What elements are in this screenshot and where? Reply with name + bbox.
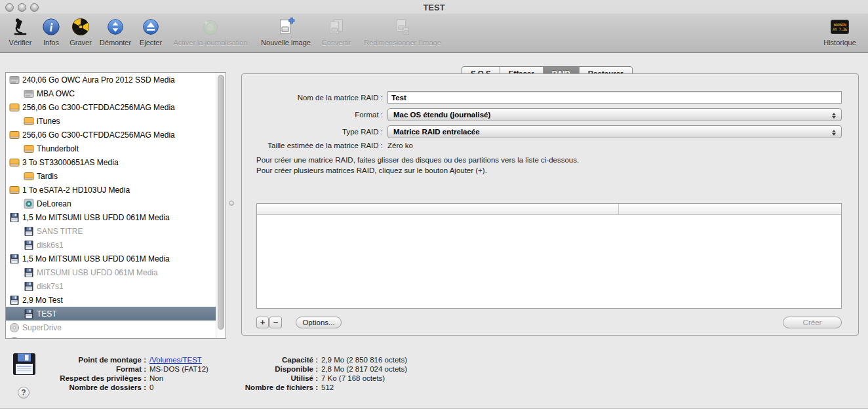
mount-point-link[interactable]: /Volumes/TEST <box>149 356 202 364</box>
sidebar-item-label: 1,5 Mo MITSUMI USB UFDD 061M Media <box>22 213 170 222</box>
floppy-icon <box>24 281 34 292</box>
sidebar-item[interactable]: 256,06 Go C300-CTFDDAC256MAG Media <box>6 100 226 114</box>
toolbar: Vérifier i Infos <box>0 14 868 52</box>
optical-icon <box>9 336 20 340</box>
format-popup[interactable]: Mac OS étendu (journalisé) <box>387 108 842 121</box>
sidebar-item[interactable]: 1 To eSATA-2 HD103UJ Media <box>6 183 226 197</box>
info-label: Disponible : <box>215 365 321 373</box>
verify-button[interactable]: Vérifier <box>4 16 37 51</box>
info-row: Nombre de dossiers :0 <box>38 383 208 392</box>
sidebar-item[interactable]: iTunes <box>6 114 226 128</box>
sidebar-item-label: DeLorean <box>37 199 71 208</box>
estimated-size-label: Taille estimée de la matrice RAID : <box>248 142 387 149</box>
options-button[interactable]: Options... <box>296 317 342 328</box>
raid-list-column-1 <box>257 204 619 214</box>
sidebar-item[interactable]: MITSUMI USB UFDD 061M Media <box>6 265 226 279</box>
optical-icon <box>9 322 20 333</box>
format-label: Format : <box>248 111 387 119</box>
raid-list-column-2 <box>619 204 841 214</box>
sidebar-item[interactable]: disk7s1 <box>6 279 226 293</box>
sidebar-item[interactable]: TEST <box>6 307 226 321</box>
enable-journaling-button: Activer la journalisation <box>168 16 253 51</box>
sidebar-item-label: 1,5 Mo MITSUMI USB UFDD 061M Media <box>22 254 170 263</box>
add-button[interactable]: + <box>256 317 269 328</box>
sidebar-item[interactable]: 1,5 Mo MITSUMI USB UFDD 061M Media <box>6 210 226 224</box>
sidebar-item-label: SuperDrive <box>22 323 62 332</box>
floppy-icon <box>9 295 20 305</box>
sidebar-scrollbar[interactable] <box>216 73 226 338</box>
sidebar-item[interactable]: SANS TITRE <box>6 224 226 238</box>
raid-disk-list[interactable] <box>256 203 842 309</box>
info-row: Point de montage :/Volumes/TEST <box>38 355 208 364</box>
journaling-icon <box>168 16 253 38</box>
raid-name-input[interactable] <box>387 91 842 104</box>
verify-icon <box>4 16 37 38</box>
estimated-size-value: Zéro ko <box>387 142 413 149</box>
unmount-button[interactable]: Démonter <box>97 16 134 51</box>
info-button[interactable]: i Infos <box>38 16 64 51</box>
info-label: Format : <box>38 365 149 373</box>
burn-button[interactable]: Graver <box>66 16 96 51</box>
sidebar-item[interactable]: Tardis <box>6 169 226 183</box>
sidebar-scrollbar-thumb[interactable] <box>218 75 224 330</box>
popup-arrows-icon <box>831 111 837 120</box>
resize-image-button: Redimensionner l'image <box>357 16 448 51</box>
internal-disk-icon <box>9 75 20 85</box>
info-row: Format :MS-DOS (FAT12) <box>38 364 208 374</box>
new-image-button[interactable]: Nouvelle image <box>257 16 315 51</box>
sidebar-item[interactable]: 240,06 Go OWC Aura Pro 2012 SSD Media <box>6 73 226 87</box>
sidebar-item-label: iTunes <box>37 117 60 126</box>
info-row: Utilisé :7 Ko (7 168 octets) <box>215 374 407 383</box>
info-value: Non <box>149 374 163 382</box>
sidebar-item[interactable]: MBA OWC <box>6 87 226 100</box>
sidebar-item[interactable] <box>6 334 226 339</box>
log-button[interactable]: WARNIN AY 7:36 Historique <box>817 16 863 51</box>
external-disk-icon <box>24 144 34 154</box>
info-value: 2,9 Mo (2 850 816 octets) <box>321 356 407 364</box>
splitter-handle[interactable] <box>229 201 234 206</box>
raid-help-line-1: Pour créer une matrice RAID, faites glis… <box>256 156 579 164</box>
floppy-icon <box>9 254 20 264</box>
disk-utility-window: TEST Vérifier <box>0 0 868 409</box>
remove-button[interactable]: − <box>269 317 282 328</box>
info-row: Nombre de fichiers :512 <box>215 383 407 392</box>
info-icon: i <box>38 16 64 38</box>
sidebar-item-label: 256,06 Go C300-CTFDDAC256MAG Media <box>22 130 175 140</box>
external-disk-icon <box>9 102 20 113</box>
sidebar-item-label: TEST <box>37 309 57 319</box>
sidebar-item[interactable]: disk6s1 <box>6 238 226 252</box>
volume-info: ? Point de montage :/Volumes/TESTFormat … <box>0 347 868 409</box>
help-button[interactable]: ? <box>18 387 30 399</box>
time-machine-icon <box>24 199 34 209</box>
info-value: 512 <box>321 383 334 391</box>
window-title: TEST <box>0 3 868 12</box>
sidebar-item[interactable]: Thunderbolt <box>6 142 226 155</box>
eject-button[interactable]: Éjecter <box>135 16 167 51</box>
external-disk-icon <box>24 171 34 182</box>
create-button[interactable]: Créer <box>783 317 842 328</box>
floppy-disk-icon <box>12 353 37 379</box>
sidebar-item-label: disk6s1 <box>37 241 64 250</box>
sidebar-item-label: 240,06 Go OWC Aura Pro 2012 SSD Media <box>22 75 175 85</box>
eject-icon <box>135 16 167 38</box>
resize-image-icon <box>357 16 448 38</box>
external-disk-icon <box>9 185 20 195</box>
sidebar-item[interactable]: 2,9 Mo Test <box>6 293 226 307</box>
external-disk-icon <box>9 157 20 168</box>
raid-list-header <box>257 204 841 215</box>
sidebar-item-label: 1 To eSATA-2 HD103UJ Media <box>22 185 130 195</box>
sidebar-item-label: 3 To ST33000651AS Media <box>22 158 119 167</box>
sidebar-item-label: 256,06 Go C300-CTFDDAC256MAG Media <box>22 103 175 112</box>
sidebar-item[interactable]: DeLorean <box>6 197 226 210</box>
sidebar-item[interactable]: 3 To ST33000651AS Media <box>6 155 226 169</box>
raid-name-label: Nom de la matrice RAID : <box>248 94 387 102</box>
info-row: Capacité :2,9 Mo (2 850 816 octets) <box>215 355 407 364</box>
sidebar-item-label: SANS TITRE <box>37 227 83 236</box>
svg-text:i: i <box>50 21 53 34</box>
floppy-icon <box>24 309 34 319</box>
sidebar-item[interactable]: SuperDrive <box>6 321 226 334</box>
raid-type-popup[interactable]: Matrice RAID entrelacée <box>387 125 842 138</box>
sidebar-item[interactable]: 256,06 Go C300-CTFDDAC256MAG Media <box>6 128 226 142</box>
sidebar-item[interactable]: 1,5 Mo MITSUMI USB UFDD 061M Media <box>6 252 226 265</box>
unmount-icon <box>97 16 134 38</box>
